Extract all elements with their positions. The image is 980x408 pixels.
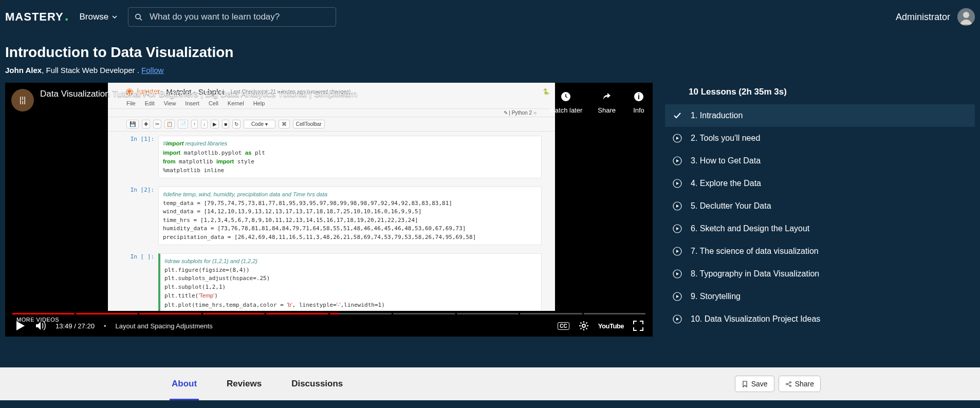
lesson-item-7[interactable]: 7. The science of data visualization <box>665 240 975 263</box>
play-circle-icon <box>672 133 682 143</box>
share-icon <box>785 381 792 387</box>
lesson-item-2[interactable]: 2. Tools you'll need <box>665 127 975 150</box>
lesson-label: 7. The science of data visualization <box>691 247 819 256</box>
browse-menu[interactable]: Browse <box>80 12 118 22</box>
lesson-label: 9. Storytelling <box>691 292 741 301</box>
lesson-item-5[interactable]: 5. Declutter Your Data <box>665 195 975 217</box>
lesson-item-8[interactable]: 8. Typography in Data Visualization <box>665 263 975 285</box>
lesson-item-3[interactable]: 3. How to Get Data <box>665 150 975 172</box>
video-player[interactable]: ◉ jupyter Matplot - Subplot Last Checkpo… <box>5 83 653 337</box>
author-name: John Alex <box>5 66 42 75</box>
gear-icon <box>579 321 589 331</box>
lesson-item-1[interactable]: 1. Intraduction <box>665 104 975 127</box>
share-button[interactable]: Share <box>598 89 616 114</box>
chevron-down-icon <box>112 14 118 20</box>
svg-point-16 <box>789 381 791 383</box>
lesson-item-10[interactable]: 10. Data Visualization Project Ideas <box>665 308 975 330</box>
lesson-label: 1. Intraduction <box>691 111 743 120</box>
tab-reviews[interactable]: Reviews <box>225 367 264 400</box>
save-button[interactable]: Save <box>735 376 774 392</box>
follow-link[interactable]: Follow <box>141 66 163 75</box>
svg-point-17 <box>786 383 787 385</box>
clock-icon <box>561 91 571 102</box>
lesson-label: 4. Explore the Data <box>691 179 761 188</box>
lesson-item-4[interactable]: 4. Explore the Data <box>665 172 975 195</box>
play-circle-icon <box>672 314 682 324</box>
share-icon <box>602 91 612 102</box>
watch-later-button[interactable]: Watch later <box>549 89 582 114</box>
play-circle-icon <box>672 224 682 234</box>
tab-about[interactable]: About <box>170 367 199 400</box>
search-input[interactable] <box>150 12 329 22</box>
search-box[interactable] <box>128 7 336 27</box>
play-button[interactable] <box>14 320 26 331</box>
play-circle-icon <box>672 269 682 279</box>
play-circle-icon <box>672 201 682 211</box>
lesson-label: 6. Sketch and Design the Layout <box>691 224 809 233</box>
captions-button[interactable]: CC <box>558 322 569 330</box>
svg-point-6 <box>582 324 585 327</box>
lesson-item-9[interactable]: 9. Storytelling <box>665 285 975 308</box>
lessons-heading: 10 Lessons (2h 35m 3s) <box>689 87 975 97</box>
play-circle-icon <box>672 246 682 256</box>
tab-discussions[interactable]: Discussions <box>289 367 345 400</box>
video-title: Data Visualization Tutorial For Beginner… <box>40 89 357 99</box>
time-display: 13:49 / 27:20 <box>56 322 95 330</box>
info-button[interactable]: iInfo <box>631 89 646 114</box>
check-icon <box>672 110 682 121</box>
channel-icon[interactable]: |¦| <box>11 89 34 112</box>
tabs-row: AboutReviewsDiscussions Save Share <box>0 367 980 400</box>
svg-point-2 <box>963 12 969 18</box>
browse-label: Browse <box>80 12 109 22</box>
play-circle-icon <box>672 156 682 166</box>
lesson-label: 10. Data Visualization Project Ideas <box>691 314 820 324</box>
settings-button[interactable] <box>579 321 589 331</box>
play-circle-icon <box>672 178 682 189</box>
chapter-label[interactable]: Layout and Spacing Adjustments <box>115 322 212 330</box>
lesson-label: 5. Declutter Your Data <box>691 201 771 211</box>
bookmark-icon <box>742 381 748 387</box>
author-line: John Alex, Full Stack Web Developer . Fo… <box>5 66 975 75</box>
course-title: Introduction to Data Visualization <box>5 44 975 61</box>
fullscreen-button[interactable] <box>633 321 643 331</box>
lesson-item-6[interactable]: 6. Sketch and Design the Layout <box>665 217 975 240</box>
youtube-button[interactable]: YouTube <box>598 322 624 330</box>
search-icon <box>135 13 142 21</box>
course-header: Introduction to Data Visualization John … <box>0 34 980 83</box>
progress-bar[interactable] <box>12 313 645 314</box>
info-icon: i <box>634 91 644 102</box>
user-role-label: Administrator <box>896 12 950 23</box>
author-role: , Full Stack Web Developer . <box>42 66 141 75</box>
top-header: MASTERY. Browse Administrator <box>0 0 980 34</box>
lesson-label: 8. Typography in Data Visualization <box>691 269 819 279</box>
svg-point-0 <box>136 14 140 18</box>
share-course-button[interactable]: Share <box>779 376 821 392</box>
svg-point-18 <box>789 385 791 386</box>
lesson-panel: 10 Lessons (2h 35m 3s) 1. Intraduction2.… <box>665 83 975 337</box>
player-controls: 13:49 / 27:20 • Layout and Spacing Adjus… <box>5 315 653 337</box>
avatar[interactable] <box>957 8 975 26</box>
lesson-label: 2. Tools you'll need <box>691 134 760 143</box>
volume-button[interactable] <box>35 320 46 331</box>
svg-text:i: i <box>638 92 640 101</box>
play-circle-icon <box>672 291 682 302</box>
lesson-label: 3. How to Get Data <box>691 156 761 165</box>
logo[interactable]: MASTERY. <box>5 10 69 24</box>
